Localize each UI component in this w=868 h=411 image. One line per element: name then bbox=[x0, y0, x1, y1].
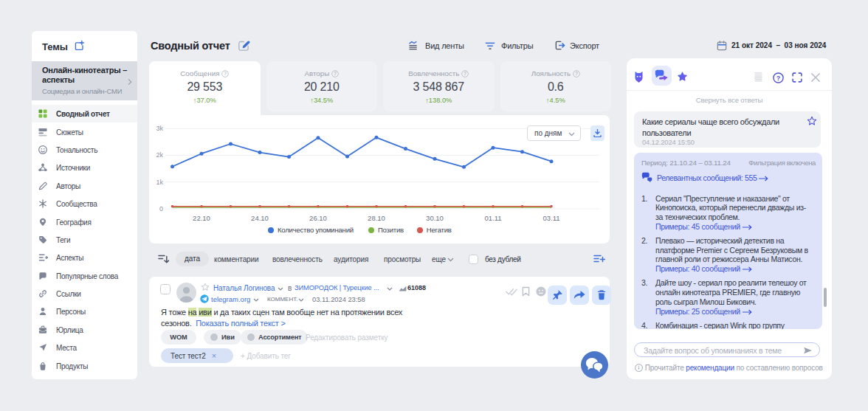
svg-text:1k: 1k bbox=[156, 179, 163, 186]
svg-text:24.10: 24.10 bbox=[251, 214, 269, 222]
svg-text:28.10: 28.10 bbox=[368, 214, 385, 222]
svg-text:3k: 3k bbox=[156, 125, 163, 132]
svg-text:26.10: 26.10 bbox=[309, 214, 327, 222]
svg-text:22.10: 22.10 bbox=[193, 214, 210, 222]
svg-text:?: ? bbox=[575, 71, 578, 76]
svg-text:03.11: 03.11 bbox=[542, 214, 559, 222]
svg-text:?: ? bbox=[334, 71, 337, 76]
svg-text:30.10: 30.10 bbox=[426, 214, 444, 222]
svg-text:01.11: 01.11 bbox=[484, 214, 501, 222]
svg-text:?: ? bbox=[224, 71, 227, 76]
svg-text:2k: 2k bbox=[156, 151, 163, 159]
svg-text:0: 0 bbox=[159, 205, 163, 213]
svg-text:?: ? bbox=[776, 75, 780, 82]
svg-text:?: ? bbox=[464, 71, 466, 76]
